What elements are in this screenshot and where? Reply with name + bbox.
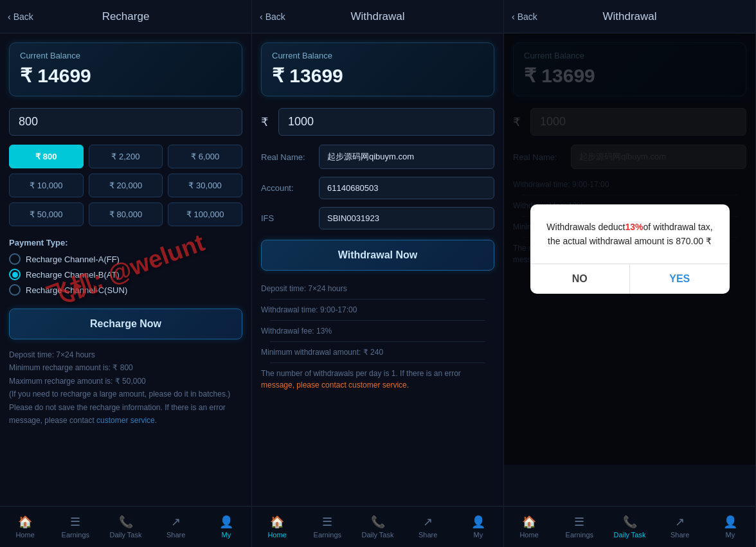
nav-daily-p1[interactable]: 📞 Daily Task	[100, 507, 150, 547]
nav-earnings-p2[interactable]: ☰ Earnings	[302, 507, 352, 547]
withdrawal-balance-label: Current Balance	[272, 51, 483, 60]
wd-info-fee: Withdrawal fee: 13%	[261, 322, 494, 340]
amount-btn-2200[interactable]: ₹ 2,200	[89, 145, 163, 168]
withdrawal-balance-card: Current Balance ₹ 13699	[261, 42, 494, 96]
amount-btn-80000[interactable]: ₹ 80,000	[89, 202, 163, 226]
amount-btn-100000[interactable]: ₹ 100,000	[168, 202, 242, 226]
withdrawal-ifsc-row: IFS SBIN0031923	[261, 207, 494, 229]
nav-home-p3[interactable]: 🏠 Home	[504, 507, 554, 547]
nav-daily-label-p2: Daily Task	[362, 531, 394, 539]
nav-my-p3[interactable]: 👤 My	[705, 507, 755, 547]
payment-option-a[interactable]: Recharge Channel-A(FF)	[9, 253, 242, 265]
modal-no-button[interactable]: NO	[530, 264, 631, 294]
back-chevron-icon-w: ‹	[260, 12, 263, 22]
radio-dot-b	[12, 272, 18, 278]
withdrawal-realname-row: Real Name: 起步源码网qibuym.com	[261, 145, 494, 169]
recharge-balance-label: Current Balance	[20, 51, 231, 60]
recharge-bottom-nav: 🏠 Home ☰ Earnings 📞 Daily Task ↗ Share 👤…	[0, 506, 251, 547]
withdrawal-title: Withdrawal	[350, 10, 404, 23]
amount-btn-50000[interactable]: ₹ 50,000	[9, 202, 84, 226]
withdrawal-input-row: ₹	[261, 108, 494, 136]
nav-earnings-p1[interactable]: ☰ Earnings	[50, 507, 100, 547]
recharge-info-section: Deposit time: 7×24 hours Minimum recharg…	[9, 348, 242, 503]
withdrawal-amount-input[interactable]	[278, 108, 494, 136]
amount-btn-800[interactable]: ₹ 800	[9, 145, 84, 168]
my-icon-p1: 👤	[219, 515, 233, 529]
nav-earnings-label-p2: Earnings	[314, 531, 341, 539]
nav-share-p2[interactable]: ↗ Share	[403, 507, 453, 547]
payment-option-b[interactable]: Recharge Channel-B(AT)	[9, 269, 242, 280]
back-button-withdrawal[interactable]: ‹ Back	[260, 12, 285, 22]
recharge-amount-grid: ₹ 800 ₹ 2,200 ₹ 6,000 ₹ 10,000 ₹ 20,000 …	[9, 145, 242, 226]
nav-my-label-p3: My	[726, 531, 735, 539]
home-icon-p3: 🏠	[522, 515, 536, 529]
withdrawal-account-row: Account: 61140680503	[261, 177, 494, 199]
payment-type-section: Payment Type: Recharge Channel-A(FF) Rec…	[9, 237, 242, 296]
share-icon-p2: ↗	[423, 515, 433, 529]
earnings-icon-p1: ☰	[70, 515, 80, 529]
nav-share-label-p3: Share	[670, 531, 689, 539]
recharge-input-row	[9, 108, 242, 136]
nav-share-label-p2: Share	[419, 531, 437, 539]
wd-info-time: Withdrawal time: 9:00-17:00	[261, 301, 494, 319]
recharge-info-min: Minimum recharge amount is: ₹ 800	[9, 361, 242, 374]
recharge-info-max: Maximum recharge amount is: ₹ 50,000	[9, 375, 242, 388]
withdrawal-header: ‹ Back Withdrawal	[252, 0, 503, 33]
withdrawal-content: Current Balance ₹ 13699 ₹ Real Name: 起步源…	[252, 33, 503, 506]
nav-share-p1[interactable]: ↗ Share	[151, 507, 201, 547]
recharge-title: Recharge	[102, 10, 150, 23]
nav-home-p1[interactable]: 🏠 Home	[0, 507, 50, 547]
share-icon-p1: ↗	[171, 515, 181, 529]
withdrawal-account-label: Account:	[261, 183, 319, 193]
earnings-icon-p3: ☰	[574, 515, 584, 529]
payment-option-c[interactable]: Recharge Channel-C(SUN)	[9, 284, 242, 296]
nav-earnings-p3[interactable]: ☰ Earnings	[554, 507, 604, 547]
earnings-icon-p2: ☰	[322, 515, 332, 529]
daily-icon-p1: 📞	[119, 515, 133, 529]
wd-divider-1	[270, 299, 485, 300]
back-button-recharge[interactable]: ‹ Back	[8, 12, 33, 22]
amount-btn-30000[interactable]: ₹ 30,000	[168, 174, 242, 197]
my-icon-p3: 👤	[723, 515, 737, 529]
nav-daily-p2[interactable]: 📞 Daily Task	[352, 507, 402, 547]
withdrawal-info-section: Deposit time: 7×24 hours Withdrawal time…	[261, 280, 494, 394]
withdrawal-rupee-symbol: ₹	[261, 115, 268, 129]
nav-home-label-p3: Home	[519, 531, 538, 539]
wd-info-deposit: Deposit time: 7×24 hours	[261, 280, 494, 298]
back-chevron-icon: ‹	[8, 12, 11, 22]
withdrawal-modal-title: Withdrawal	[602, 10, 656, 23]
nav-home-p2[interactable]: 🏠 Home	[252, 507, 302, 547]
withdrawal-ifsc-label: IFS	[261, 213, 319, 223]
nav-my-p2[interactable]: 👤 My	[453, 507, 503, 547]
amount-btn-6000[interactable]: ₹ 6,000	[168, 145, 242, 168]
amount-btn-20000[interactable]: ₹ 20,000	[89, 174, 163, 197]
withdrawal-realname-value: 起步源码网qibuym.com	[319, 145, 494, 169]
amount-btn-10000[interactable]: ₹ 10,000	[9, 174, 84, 197]
my-icon-p2: 👤	[471, 515, 485, 529]
back-label-withdrawal: Back	[266, 12, 285, 22]
payment-option-a-label: Recharge Channel-A(FF)	[26, 255, 120, 264]
payment-radio-group: Recharge Channel-A(FF) Recharge Channel-…	[9, 253, 242, 296]
radio-circle-b	[9, 269, 21, 280]
withdrawal-now-button[interactable]: Withdrawal Now	[261, 240, 494, 271]
modal-footer: NO YES	[530, 264, 730, 294]
back-button-withdrawal-modal[interactable]: ‹ Back	[512, 12, 537, 22]
nav-earnings-label-p3: Earnings	[566, 531, 593, 539]
nav-share-p3[interactable]: ↗ Share	[655, 507, 705, 547]
nav-daily-label-p1: Daily Task	[110, 531, 142, 539]
nav-my-p1[interactable]: 👤 My	[201, 507, 251, 547]
nav-my-label-p2: My	[474, 531, 483, 539]
recharge-now-button[interactable]: Recharge Now	[9, 309, 242, 339]
home-icon-p1: 🏠	[18, 515, 32, 529]
recharge-content: Current Balance ₹ 14699 ₹ 800 ₹ 2,200 ₹ …	[0, 33, 251, 506]
panel-withdrawal-active: ‹ Back Withdrawal Current Balance ₹ 1369…	[252, 0, 504, 547]
withdrawal-ifsc-value: SBIN0031923	[319, 207, 494, 229]
recharge-amount-input[interactable]	[9, 108, 242, 136]
nav-home-label-p2: Home	[267, 531, 286, 539]
back-chevron-icon-wm: ‹	[512, 12, 515, 22]
modal-yes-button[interactable]: YES	[630, 264, 730, 294]
panel-recharge: ‹ Back Recharge Current Balance ₹ 14699 …	[0, 0, 252, 547]
nav-daily-p3[interactable]: 📞 Daily Task	[604, 507, 654, 547]
home-icon-p2: 🏠	[270, 515, 284, 529]
withdrawal-modal-header: ‹ Back Withdrawal	[504, 0, 755, 33]
